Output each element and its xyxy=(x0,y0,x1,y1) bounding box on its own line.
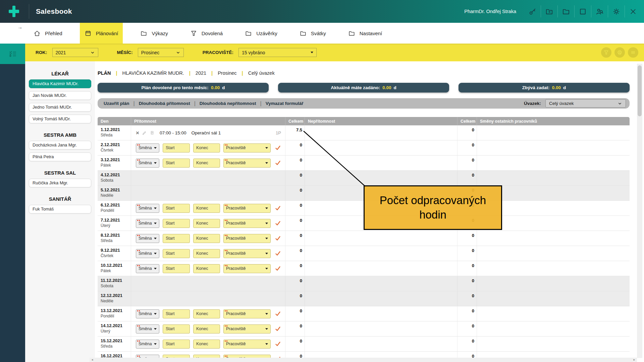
scroll-right-arrow-icon[interactable]: ► xyxy=(633,359,636,361)
shift-type-select[interactable]: Směna xyxy=(136,340,159,349)
workplace-filter-select[interactable]: 15 vybráno xyxy=(238,48,317,57)
horizontal-scrollbar[interactable]: ◄ ► xyxy=(90,358,637,362)
staff-item[interactable]: Jan Novák MUDr. xyxy=(29,91,91,100)
staff-item[interactable]: Fuk Tomáš xyxy=(29,205,91,214)
start-time-input[interactable] xyxy=(163,204,190,213)
confirm-check-icon[interactable] xyxy=(275,235,281,242)
end-time-input[interactable] xyxy=(193,219,220,228)
breadcrumb-item[interactable]: HLAVIČKA KAZIMÍR MUDR. xyxy=(122,70,184,76)
edit-shift-icon[interactable] xyxy=(142,130,147,135)
end-time-input[interactable] xyxy=(193,143,220,153)
start-time-input[interactable] xyxy=(163,340,190,349)
workplace-select[interactable]: Pracoviště xyxy=(223,234,271,243)
menu-button[interactable] xyxy=(628,47,638,58)
staff-item[interactable]: Jedno Tomáš MUDr. xyxy=(29,103,91,112)
confirm-check-icon[interactable] xyxy=(275,325,281,332)
confirm-check-icon[interactable] xyxy=(275,341,281,347)
workplace-select[interactable]: Pracoviště xyxy=(223,264,271,273)
gear-icon[interactable] xyxy=(608,4,625,18)
square-icon[interactable] xyxy=(575,4,591,18)
toolbar-action[interactable]: Uzavřít plán xyxy=(104,101,129,106)
tab-vykazy[interactable]: Výkazy xyxy=(136,23,172,44)
end-time-input[interactable] xyxy=(193,234,220,243)
start-time-input[interactable] xyxy=(163,249,190,258)
shift-type-select[interactable]: Směna xyxy=(136,249,159,258)
confirm-check-icon[interactable] xyxy=(275,160,281,166)
confirm-check-icon[interactable] xyxy=(275,220,281,227)
caret-down-icon xyxy=(154,253,157,254)
shift-type-select[interactable]: Směna xyxy=(136,324,159,334)
shift-type-select[interactable]: Směna xyxy=(136,143,159,153)
workplace-select[interactable]: Pracoviště xyxy=(223,249,271,258)
shift-type-select[interactable]: Směna xyxy=(136,159,159,168)
start-time-input[interactable] xyxy=(163,143,190,153)
confirm-check-icon[interactable] xyxy=(275,144,281,151)
workplace-select[interactable]: Pracoviště xyxy=(223,143,271,153)
shift-type-select[interactable]: Směna xyxy=(136,264,159,273)
close-icon[interactable] xyxy=(625,4,641,18)
confirm-check-icon[interactable] xyxy=(275,310,281,317)
uvazek-select[interactable]: Celý úvazek xyxy=(545,99,626,108)
workplace-select[interactable]: Pracoviště xyxy=(223,324,271,334)
shift-type-select[interactable]: Směna xyxy=(136,204,159,213)
end-time-input[interactable] xyxy=(193,340,220,349)
month-select[interactable]: Prosinec xyxy=(138,48,184,57)
delete-shift-icon[interactable]: × xyxy=(136,130,139,136)
staff-item[interactable]: Hlavička Kazimír MUDr. xyxy=(29,79,91,88)
end-time-input[interactable] xyxy=(193,264,220,273)
folder-n-icon[interactable]: N xyxy=(541,4,557,18)
toolbar-action[interactable]: Dlouhodobá přítomnost xyxy=(139,101,190,106)
tab-prehled[interactable]: Přehled xyxy=(29,23,67,44)
checklist-toggle-button[interactable] xyxy=(0,44,25,64)
tab-svatky[interactable]: Svátky xyxy=(295,23,331,44)
tab-dovolena[interactable]: Dovolená xyxy=(185,23,227,44)
start-time-input[interactable] xyxy=(163,234,190,243)
end-time-input[interactable] xyxy=(193,324,220,334)
print-button[interactable] xyxy=(614,47,625,58)
scroll-left-arrow-icon[interactable]: ◄ xyxy=(91,359,94,361)
year-select[interactable]: 2021 xyxy=(52,48,98,57)
start-time-input[interactable] xyxy=(163,219,190,228)
workplace-select[interactable]: Pracoviště xyxy=(223,219,271,228)
vertical-scrollbar[interactable] xyxy=(637,64,642,358)
breadcrumb-item[interactable]: Celý úvazek xyxy=(248,70,275,76)
absence-total-cell: 0 xyxy=(458,321,477,336)
start-time-input[interactable] xyxy=(163,159,190,168)
tab-planovani[interactable]: Plánování xyxy=(80,23,123,44)
shift-type-select[interactable]: Směna xyxy=(136,219,159,228)
filter-button[interactable] xyxy=(601,47,611,58)
start-time-input[interactable] xyxy=(163,309,190,318)
confirm-check-icon[interactable] xyxy=(275,205,281,212)
staff-item[interactable]: Ručička Jirka Mgr. xyxy=(29,179,91,187)
staff-item[interactable]: Docházková Jana Mgr. xyxy=(29,141,91,149)
start-time-input[interactable] xyxy=(163,264,190,273)
start-time-input[interactable] xyxy=(163,324,190,334)
end-time-input[interactable] xyxy=(193,249,220,258)
shift-type-select[interactable]: Směna xyxy=(136,234,159,243)
vertical-scrollbar-thumb[interactable] xyxy=(638,65,642,116)
toolbar-action[interactable]: Vymazat formulář xyxy=(266,101,304,106)
workplace-select[interactable]: Pracoviště xyxy=(223,340,271,349)
end-time-input[interactable] xyxy=(193,204,220,213)
workplace-select[interactable]: Pracoviště xyxy=(223,204,271,213)
folder-icon[interactable] xyxy=(558,4,574,18)
staff-item[interactable]: Pilná Petra xyxy=(29,153,91,161)
collapse-arrow-icon[interactable]: → xyxy=(17,24,22,30)
tab-uzaverky[interactable]: Uzávěrky xyxy=(240,23,282,44)
end-time-input[interactable] xyxy=(193,159,220,168)
key-icon[interactable] xyxy=(524,4,541,18)
shift-type-select[interactable]: Směna xyxy=(136,309,159,318)
breadcrumb-item[interactable]: Prosinec xyxy=(218,70,236,76)
tab-nastaveni[interactable]: Nastavení xyxy=(343,23,387,44)
end-time-input[interactable] xyxy=(193,309,220,318)
confirm-check-icon[interactable] xyxy=(275,265,281,272)
workplace-select[interactable]: Pracoviště xyxy=(223,309,271,318)
confirm-check-icon[interactable] xyxy=(275,250,281,257)
note-icon[interactable] xyxy=(150,130,155,135)
staff-item[interactable]: Volný Tomáš MUDr. xyxy=(29,115,91,123)
breadcrumb-item[interactable]: 2021 xyxy=(196,70,206,76)
workplace-select[interactable]: Pracoviště xyxy=(223,159,271,168)
absence-total-cell: 0 xyxy=(458,291,477,306)
toolbar-action[interactable]: Dlouhodobá nepřítomnost xyxy=(200,101,256,106)
user-search-icon[interactable] xyxy=(591,4,608,18)
